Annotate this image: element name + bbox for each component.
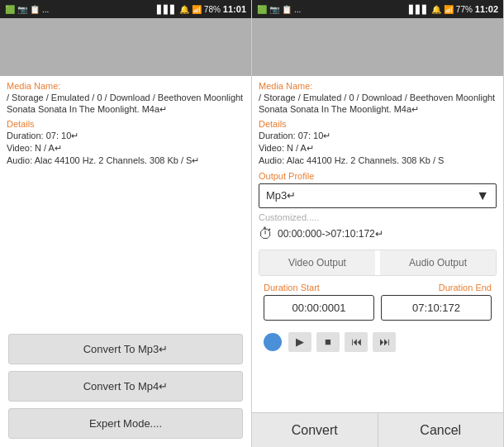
app-icon-2: 📷: [17, 5, 27, 14]
playback-row: ▶ ■ ⏮ ⏭: [259, 329, 497, 355]
right-screen: 🟩 📷 📋 ... ▋▋▋ 🔔 📶 77% 11:02 Media Name: …: [252, 0, 504, 447]
duration-left: Duration: 07: 10↵: [7, 130, 245, 142]
duration-start-input[interactable]: 00:00:0001: [264, 295, 374, 321]
media-info-right: Media Name: / Storage / Emulated / 0 / D…: [252, 76, 503, 412]
video-right: Video: N / A↵: [259, 142, 497, 155]
convert-to-mp4-button[interactable]: Convert To Mp4↵: [8, 371, 243, 402]
duration-labels: Duration Start Duration End: [264, 283, 492, 292]
audio-right: Audio: Alac 44100 Hz. 2 Channels. 308 Kb…: [259, 155, 497, 167]
status-time-right: 11:02: [475, 4, 498, 14]
rewind-button[interactable]: ⏮: [345, 332, 368, 352]
app-icon-r3: 📋: [282, 5, 292, 14]
duration-inputs: 00:00:0001 07:10:172: [264, 295, 492, 321]
status-dots-right: ...: [294, 5, 301, 14]
media-path-right: / Storage / Emulated / 0 / Download / Be…: [259, 92, 497, 116]
battery-icon-right: 77%: [456, 5, 473, 14]
status-dots: ...: [42, 5, 49, 14]
app-icon-r2: 📷: [269, 5, 279, 14]
expert-mode-button[interactable]: Expert Mode....: [8, 408, 243, 439]
wifi-icon-right: 📶: [444, 5, 454, 14]
convert-buttons: Convert To Mp3↵ Convert To Mp4↵ Expert M…: [0, 327, 251, 447]
time-range-text: 00:00:000->07:10:172↵: [278, 228, 383, 240]
status-left-icons: 🟩 📷 📋 ...: [5, 5, 49, 14]
app-icon-r1: 🟩: [257, 5, 267, 14]
play-indicator: [264, 333, 282, 351]
convert-button[interactable]: Convert: [252, 413, 378, 447]
left-screen: 🟩 📷 📋 ... ▋▋▋ 🔔 📶 78% 11:01 Media Name: …: [0, 0, 252, 447]
app-icon-3: 📋: [30, 5, 40, 14]
time-range-row: ⏱ 00:00:000->07:10:172↵: [259, 226, 497, 243]
play-button[interactable]: ▶: [288, 332, 311, 352]
media-name-label-left: Media Name:: [7, 81, 245, 91]
dropdown-arrow-icon: ▼: [476, 188, 489, 203]
wifi-icon: 📶: [192, 5, 202, 14]
battery-icon: 78%: [204, 5, 221, 14]
media-path-left: / Storage / Emulated / 0 / Download / Be…: [7, 92, 245, 116]
details-label-right: Details: [259, 119, 497, 129]
status-bar-right: 🟩 📷 📋 ... ▋▋▋ 🔔 📶 77% 11:02: [252, 0, 503, 18]
media-name-label-right: Media Name:: [259, 81, 497, 91]
volume-icon: 🔔: [179, 5, 189, 14]
status-left-icons-right: 🟩 📷 📋 ...: [257, 5, 301, 14]
audio-left: Audio: Alac 44100 Hz. 2 Channels. 308 Kb…: [7, 155, 245, 167]
status-right-icons: ▋▋▋ 🔔 📶 78% 11:01: [157, 4, 246, 14]
media-thumbnail-right: [252, 18, 503, 76]
duration-start-label: Duration Start: [264, 283, 320, 292]
details-label-left: Details: [7, 119, 245, 129]
signal-icon-right: ▋▋▋: [409, 5, 429, 14]
audio-output-tab[interactable]: Audio Output: [380, 250, 496, 275]
bottom-actions: Convert Cancel: [252, 412, 503, 447]
status-right-icons-right: ▋▋▋ 🔔 📶 77% 11:02: [409, 4, 498, 14]
customized-label: Customized.....: [259, 212, 497, 222]
forward-button[interactable]: ⏭: [373, 332, 396, 352]
duration-right: Duration: 07: 10↵: [259, 130, 497, 142]
cancel-button[interactable]: Cancel: [378, 413, 504, 447]
output-profile-label: Output Profile: [259, 171, 497, 181]
signal-icon: ▋▋▋: [157, 5, 177, 14]
status-bar-left: 🟩 📷 📋 ... ▋▋▋ 🔔 📶 78% 11:01: [0, 0, 251, 18]
output-profile-value: Mp3↵: [266, 189, 296, 202]
media-info-left: Media Name: / Storage / Emulated / 0 / D…: [0, 76, 251, 327]
output-tabs: Video Output Audio Output: [259, 250, 497, 276]
convert-to-mp3-button[interactable]: Convert To Mp3↵: [8, 334, 243, 364]
playback-controls: ▶ ■ ⏮ ⏭: [288, 332, 396, 352]
clock-icon: ⏱: [259, 226, 273, 243]
output-profile-select[interactable]: Mp3↵ ▼: [259, 183, 497, 208]
status-time-left: 11:01: [223, 4, 246, 14]
stop-button[interactable]: ■: [316, 332, 340, 352]
duration-end-label: Duration End: [439, 283, 492, 292]
duration-end-input[interactable]: 07:10:172: [381, 295, 492, 321]
media-thumbnail-left: [0, 18, 251, 76]
volume-icon-right: 🔔: [431, 5, 441, 14]
video-output-tab[interactable]: Video Output: [259, 250, 375, 275]
app-icon-1: 🟩: [5, 5, 15, 14]
duration-section: Duration Start Duration End 00:00:0001 0…: [259, 283, 497, 321]
video-left: Video: N / A↵: [7, 142, 245, 155]
